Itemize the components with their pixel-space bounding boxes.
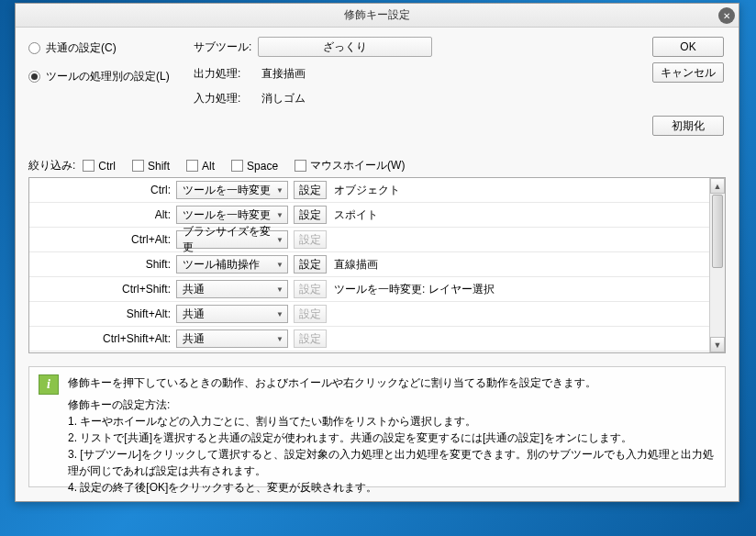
filter-row: 絞り込み: Ctrl Shift Alt Space マウスホイール(W) [28, 158, 726, 173]
chevron-down-icon: ▼ [276, 186, 284, 195]
table-row: Shift:ツール補助操作▼設定直線描画 [29, 252, 709, 277]
chevron-down-icon: ▼ [276, 335, 284, 343]
filter-shift-checkbox[interactable]: Shift [132, 160, 170, 173]
close-icon[interactable]: ✕ [718, 7, 735, 24]
chevron-down-icon: ▼ [276, 236, 284, 244]
select-value: ブラシサイズを変更 [183, 224, 276, 255]
help-heading: 修飾キーの設定方法: [68, 396, 716, 413]
table-row: Ctrl+Shift:共通▼設定ツールを一時変更: レイヤー選択 [29, 277, 709, 302]
checkbox-icon [295, 160, 306, 172]
init-button[interactable]: 初期化 [652, 116, 724, 136]
action-select[interactable]: 共通▼ [176, 329, 288, 348]
filter-label: 絞り込み: [28, 158, 75, 173]
radio-icon [28, 42, 40, 54]
table-row: Ctrl+Shift+Alt:共通▼設定 [29, 327, 709, 352]
subtool-row: サブツール: ざっくり [194, 37, 643, 57]
radio-common-settings[interactable]: 共通の設定(C) [28, 40, 194, 56]
action-select[interactable]: ツール補助操作▼ [176, 255, 288, 274]
select-value: ツールを一時変更 [183, 183, 271, 198]
checkbox-icon [132, 160, 144, 172]
help-text: 修飾キーを押下しているときの動作、およびホイールや右クリックなどに割り当てる動作… [68, 374, 716, 479]
row-description: 直線描画 [327, 257, 378, 273]
settings-button: 設定 [294, 329, 327, 348]
table-body: Ctrl:ツールを一時変更▼設定オブジェクトAlt:ツールを一時変更▼設定スポイ… [29, 178, 709, 352]
settings-button[interactable]: 設定 [294, 206, 327, 224]
key-label: Shift: [29, 258, 176, 271]
action-select[interactable]: ツールを一時変更▼ [176, 181, 288, 199]
input-value: 消しゴム [258, 91, 306, 106]
input-row: 入力処理: 消しゴム [194, 91, 643, 106]
subtool-value: ざっくり [323, 39, 367, 55]
filter-wheel-checkbox[interactable]: マウスホイール(W) [295, 158, 405, 173]
scrollbar[interactable]: ▲ ▼ [709, 178, 725, 352]
settings-button[interactable]: 設定 [294, 255, 327, 274]
key-label: Ctrl+Shift+Alt: [29, 332, 176, 345]
radio-per-tool-settings[interactable]: ツールの処理別の設定(L) [28, 69, 194, 84]
table-row: Space:共通▼設定ツールを一時変更: 手のひら [29, 352, 709, 352]
help-line: 3. [サブツール]をクリックして選択すると、設定対象の入力処理と出力処理を変更… [68, 446, 716, 479]
action-select[interactable]: ブラシサイズを変更▼ [176, 230, 288, 249]
help-line: 4. 設定の終了後[OK]をクリックすると、変更が反映されます。 [68, 479, 716, 496]
help-intro: 修飾キーを押下しているときの動作、およびホイールや右クリックなどに割り当てる動作… [68, 374, 716, 391]
dialog-window: 修飾キー設定 ✕ 共通の設定(C) ツールの処理別の設定(L) サブツール: ざ… [15, 3, 739, 502]
settings-button[interactable]: 設定 [294, 181, 327, 199]
output-label: 出力処理: [194, 66, 258, 82]
filter-alt-checkbox[interactable]: Alt [186, 160, 215, 173]
row-description: ツールを一時変更: レイヤー選択 [327, 282, 495, 297]
window-title: 修飾キー設定 [344, 7, 410, 23]
row-description: スポイト [327, 207, 378, 223]
help-line: 1. キーやホイールなどの入力ごとに、割り当てたい動作をリストから選択します。 [68, 413, 716, 430]
action-buttons: OK キャンセル 初期化 [643, 37, 726, 141]
ok-button[interactable]: OK [652, 37, 724, 57]
scroll-down-icon[interactable]: ▼ [710, 337, 725, 352]
select-value: ツール補助操作 [183, 257, 260, 273]
settings-scope-group: 共通の設定(C) ツールの処理別の設定(L) [28, 37, 194, 141]
radio-icon [28, 71, 40, 83]
table-row: Ctrl:ツールを一時変更▼設定オブジェクト [29, 178, 709, 203]
help-panel: i 修飾キーを押下しているときの動作、およびホイールや右クリックなどに割り当てる… [28, 366, 726, 487]
action-select[interactable]: 共通▼ [176, 280, 288, 298]
filter-space-checkbox[interactable]: Space [231, 160, 278, 173]
filter-ctrl-checkbox[interactable]: Ctrl [83, 160, 116, 173]
titlebar: 修飾キー設定 ✕ [16, 4, 739, 28]
settings-button: 設定 [294, 280, 327, 298]
radio-label: 共通の設定(C) [46, 40, 117, 56]
key-label: Ctrl+Shift: [29, 283, 176, 296]
settings-button: 設定 [294, 230, 327, 249]
select-value: ツールを一時変更 [183, 207, 271, 223]
checkbox-icon [186, 160, 198, 172]
tool-fields: サブツール: ざっくり 出力処理: 直接描画 入力処理: 消しゴム [194, 37, 643, 141]
info-icon: i [39, 374, 59, 395]
key-label: Alt: [29, 208, 176, 221]
output-value: 直接描画 [258, 66, 306, 82]
table-row: Ctrl+Alt:ブラシサイズを変更▼設定 [29, 228, 709, 252]
select-value: 共通 [183, 331, 205, 347]
radio-label: ツールの処理別の設定(L) [46, 69, 170, 84]
row-description: オブジェクト [327, 183, 400, 198]
chevron-down-icon: ▼ [276, 211, 284, 219]
key-label: Ctrl+Alt: [29, 233, 176, 246]
table-row: Shift+Alt:共通▼設定 [29, 302, 709, 327]
output-row: 出力処理: 直接描画 [194, 66, 643, 82]
chevron-down-icon: ▼ [276, 261, 284, 269]
scroll-up-icon[interactable]: ▲ [710, 178, 725, 194]
input-label: 入力処理: [194, 91, 258, 106]
action-select[interactable]: 共通▼ [176, 305, 288, 323]
scroll-thumb[interactable] [712, 195, 723, 268]
select-value: 共通 [183, 307, 205, 322]
bindings-table: Ctrl:ツールを一時変更▼設定オブジェクトAlt:ツールを一時変更▼設定スポイ… [28, 177, 726, 353]
chevron-down-icon: ▼ [276, 310, 284, 318]
subtool-button[interactable]: ざっくり [258, 37, 432, 57]
checkbox-icon [83, 160, 94, 172]
select-value: 共通 [183, 282, 205, 297]
key-label: Shift+Alt: [29, 307, 176, 320]
subtool-label: サブツール: [194, 39, 258, 55]
dialog-content: 共通の設定(C) ツールの処理別の設定(L) サブツール: ざっくり 出力処理:… [16, 28, 739, 501]
top-area: 共通の設定(C) ツールの処理別の設定(L) サブツール: ざっくり 出力処理:… [28, 37, 726, 141]
checkbox-icon [231, 160, 243, 172]
key-label: Ctrl: [29, 184, 176, 196]
table-row: Alt:ツールを一時変更▼設定スポイト [29, 203, 709, 228]
cancel-button[interactable]: キャンセル [652, 62, 724, 83]
settings-button: 設定 [294, 305, 327, 323]
action-select[interactable]: ツールを一時変更▼ [176, 206, 288, 224]
